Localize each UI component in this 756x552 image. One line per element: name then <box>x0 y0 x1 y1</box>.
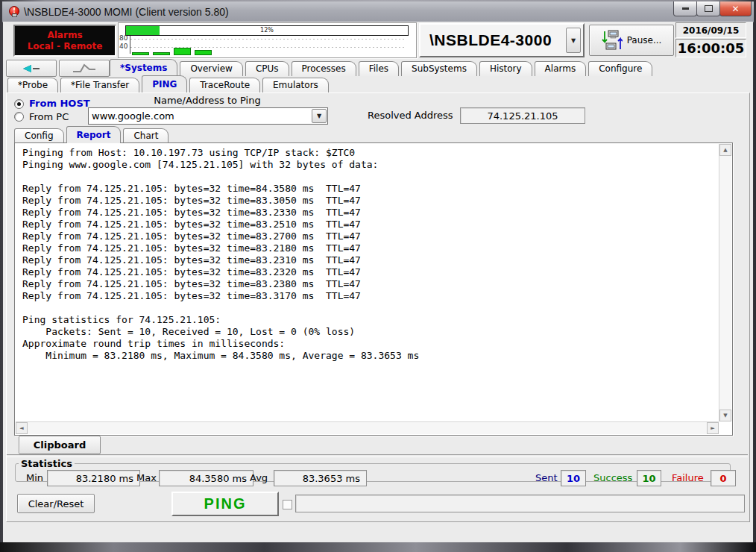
avg-label: Avg <box>250 472 268 483</box>
tab-file-transfer[interactable]: *File Transfer <box>60 78 139 92</box>
address-value: www.google.com <box>89 110 312 122</box>
tab-traceroute[interactable]: TraceRoute <box>189 78 260 92</box>
from-host-label: From HOST <box>29 98 90 109</box>
report-panel: Pinging from Host: 10.10.197.73 using TC… <box>14 142 733 436</box>
minimize-button[interactable] <box>673 1 697 16</box>
cpu-bar <box>132 52 149 55</box>
failure-value: 0 <box>711 470 736 486</box>
view-tabs: ConfigReportChart <box>14 126 171 143</box>
system-selector[interactable]: \NSBLDE4-3000 ▼ <box>419 23 585 57</box>
tab-configure[interactable]: Configure <box>588 61 652 76</box>
line-chart-icon <box>72 63 97 75</box>
tab-chart[interactable]: Chart <box>123 128 168 143</box>
date-display: 2016/09/15 <box>675 22 746 38</box>
app-icon: ! <box>8 6 19 17</box>
min-label: Min <box>26 472 43 483</box>
from-host-radio[interactable] <box>14 99 24 109</box>
scroll-down-icon[interactable]: ▼ <box>719 410 731 421</box>
cpu-bar <box>153 52 170 55</box>
vertical-scrollbar[interactable]: ▲ ▼ <box>719 144 731 421</box>
alarms-indicator[interactable]: Alarms Local - Remote <box>13 25 116 57</box>
scroll-up-icon[interactable]: ▲ <box>719 144 731 156</box>
alarms-line1: Alarms <box>47 30 82 41</box>
clipboard-button[interactable]: Clipboard <box>19 436 101 454</box>
close-button[interactable]: ✕ <box>719 1 752 16</box>
tab-subsystems[interactable]: SubSystems <box>401 61 477 76</box>
from-pc-label: From PC <box>29 111 69 122</box>
datetime-panel: 2016/09/15 16:00:05 <box>675 22 746 57</box>
busy-progress-label: 12% <box>126 27 408 34</box>
divider <box>7 454 748 457</box>
max-value: 84.3580 ms <box>159 470 253 486</box>
clear-reset-button[interactable]: Clear/Reset <box>17 494 95 513</box>
cpu-mini-chart: 12% 80 40 <box>118 22 417 58</box>
cpu-bar <box>174 48 191 55</box>
tab-emulators[interactable]: Emulators <box>262 78 329 92</box>
cpu-bars <box>132 37 406 55</box>
tab-files[interactable]: Files <box>359 61 399 76</box>
from-pc-radio[interactable] <box>14 112 24 122</box>
pause-icon <box>602 30 623 51</box>
resolved-address-value: 74.125.21.105 <box>460 107 585 124</box>
tab-ping[interactable]: PING <box>142 75 187 92</box>
maximize-button[interactable] <box>696 1 720 16</box>
progress-checkbox[interactable] <box>283 500 292 509</box>
avg-value: 83.3653 ms <box>274 470 367 486</box>
line-chart-button[interactable] <box>59 60 110 77</box>
horizontal-scrollbar[interactable]: ◄ ► <box>16 421 719 434</box>
tab-history[interactable]: History <box>479 61 532 76</box>
window-bottom-edge <box>0 542 756 552</box>
max-label: Max <box>136 472 157 483</box>
scroll-right-icon[interactable]: ► <box>707 422 719 434</box>
pause-label: Pause... <box>627 35 662 46</box>
window-title: \NSBLDE4-3000 MOMI (Client version 5.80) <box>24 6 229 18</box>
tab-overview[interactable]: Overview <box>180 61 243 76</box>
main-tabs: *SystemsOverviewCPUsProcessesFilesSubSys… <box>110 59 655 76</box>
chevron-down-icon[interactable]: ▼ <box>312 109 327 123</box>
pause-button[interactable]: Pause... <box>589 25 674 56</box>
name-address-label: Name/Address to Ping <box>88 95 327 106</box>
tab-alarms[interactable]: Alarms <box>535 61 587 76</box>
tab-cpus[interactable]: CPUs <box>245 61 289 76</box>
time-display: 16:00:05 <box>675 39 746 57</box>
chevron-down-icon[interactable]: ▼ <box>566 28 581 53</box>
momi-window: ! \NSBLDE4-3000 MOMI (Client version 5.8… <box>0 0 756 552</box>
alarms-line2: Local - Remote <box>28 41 103 52</box>
sub-tabs: *Probe*File TransferPINGTraceRouteEmulat… <box>7 75 331 92</box>
cpu-bar <box>195 50 212 55</box>
success-label: Success <box>593 472 632 483</box>
client-area: Alarms Local - Remote 12% 80 40 \NSBLDE4… <box>3 22 753 542</box>
ping-progress-bar <box>295 495 745 512</box>
resolved-address-label: Resolved Address <box>368 110 453 121</box>
tab-report[interactable]: Report <box>66 126 122 143</box>
failure-label: Failure <box>672 472 704 483</box>
ping-button[interactable]: PING <box>171 492 279 516</box>
busy-progress-bar: 12% <box>125 25 409 36</box>
sent-value: 10 <box>561 470 586 486</box>
tab-processes[interactable]: Processes <box>292 61 356 76</box>
min-value: 83.2180 ms <box>47 470 140 486</box>
y-tick-80: 80 <box>119 34 127 42</box>
back-arrow-icon <box>23 65 31 72</box>
address-combobox[interactable]: www.google.com ▼ <box>88 107 328 125</box>
ping-report-text: Pinging from Host: 10.10.197.73 using TC… <box>22 147 419 362</box>
back-arrow-button[interactable] <box>6 60 57 77</box>
tab-systems[interactable]: *Systems <box>110 59 177 76</box>
tab-config[interactable]: Config <box>14 128 64 143</box>
y-tick-40: 40 <box>119 43 127 50</box>
statistics-title: Statistics <box>19 458 75 469</box>
tab-probe[interactable]: *Probe <box>7 78 58 92</box>
success-value: 10 <box>637 470 661 486</box>
sent-label: Sent <box>535 472 558 483</box>
system-name: \NSBLDE4-3000 <box>429 31 566 49</box>
scroll-left-icon[interactable]: ◄ <box>16 422 28 434</box>
ping-page: From HOST From PC Name/Address to Ping w… <box>6 92 750 522</box>
title-bar[interactable]: ! \NSBLDE4-3000 MOMI (Client version 5.8… <box>2 1 754 22</box>
